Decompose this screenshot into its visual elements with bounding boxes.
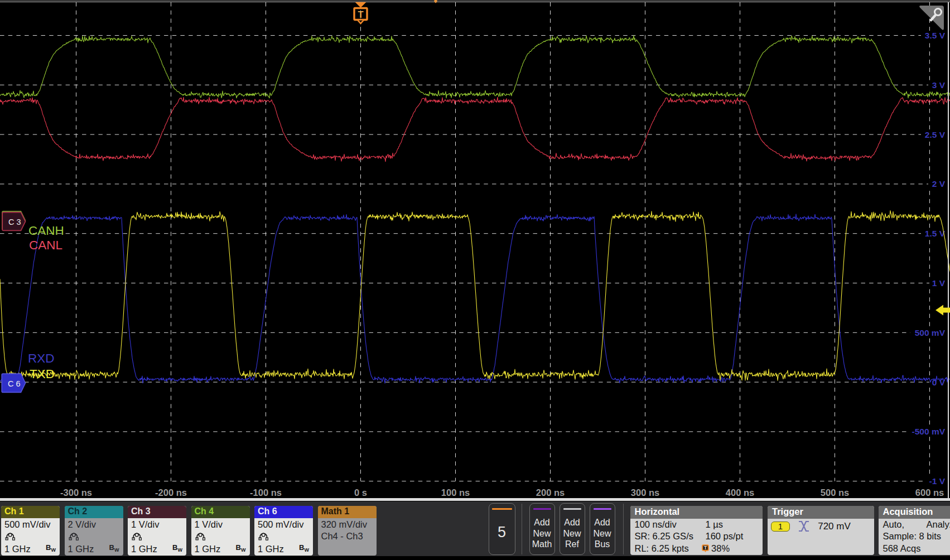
svg-text:2 V: 2 V — [932, 179, 946, 189]
svg-text:T: T — [703, 545, 707, 551]
svg-text:0 s: 0 s — [354, 487, 367, 498]
svg-text:TXD: TXD — [30, 367, 55, 381]
svg-text:C 3: C 3 — [8, 218, 21, 226]
svg-text:-200 ns: -200 ns — [155, 487, 187, 498]
svg-text:500 ns: 500 ns — [821, 487, 849, 498]
svg-text:500 mV: 500 mV — [915, 328, 946, 337]
svg-text:C 6: C 6 — [8, 379, 21, 388]
svg-text:1 V: 1 V — [932, 278, 946, 288]
svg-text:-500 mV: -500 mV — [912, 427, 946, 436]
svg-text:400 ns: 400 ns — [726, 487, 754, 498]
svg-text:RXD: RXD — [28, 351, 55, 365]
svg-text:-1 V: -1 V — [929, 476, 946, 486]
svg-text:-100 ns: -100 ns — [250, 487, 282, 498]
svg-text:CANL: CANL — [29, 238, 62, 252]
svg-text:-300 ns: -300 ns — [60, 487, 92, 498]
svg-text:300 ns: 300 ns — [631, 487, 659, 498]
svg-text:2.5 V: 2.5 V — [925, 130, 946, 139]
svg-text:3 V: 3 V — [932, 80, 946, 90]
svg-text:CANH: CANH — [28, 224, 64, 238]
svg-text:T: T — [358, 9, 363, 20]
svg-text:3.5 V: 3.5 V — [925, 31, 946, 40]
svg-text:600 ns: 600 ns — [915, 487, 944, 498]
svg-text:100 ns: 100 ns — [441, 487, 470, 498]
svg-text:200 ns: 200 ns — [536, 487, 565, 498]
svg-text:1.5 V: 1.5 V — [925, 229, 946, 238]
